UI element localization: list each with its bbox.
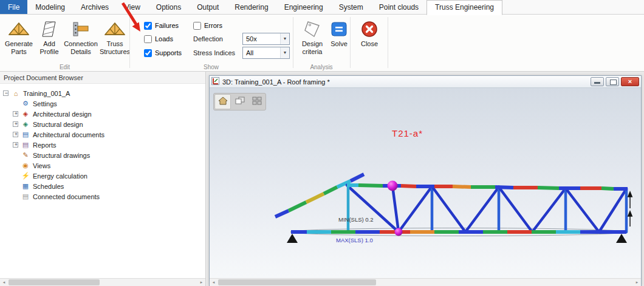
minimize-button[interactable]	[591, 77, 604, 86]
chevron-down-icon	[280, 47, 289, 58]
truss-structures-button[interactable]: Truss Structures	[101, 17, 129, 63]
close-button[interactable]: Close	[355, 17, 384, 63]
scroll-right-icon[interactable]	[633, 279, 641, 286]
close-icon	[361, 18, 378, 40]
grid-views-button[interactable]	[248, 94, 265, 109]
panel-title: Project Document Browser	[0, 72, 205, 84]
support-left	[287, 234, 298, 243]
tab-modeling[interactable]: Modeling	[27, 0, 73, 14]
home-view-button[interactable]	[214, 94, 231, 109]
scroll-left-icon[interactable]	[0, 279, 8, 286]
scroll-left-icon[interactable]	[210, 279, 218, 286]
design-criteria-button[interactable]: Design criteria	[296, 17, 328, 63]
node-sphere-bottom	[395, 228, 403, 236]
min-sls-label: MIN(SLS) 0.2	[338, 216, 374, 223]
group-separator	[129, 17, 130, 68]
tree-item-structural-design[interactable]: Structural design	[0, 119, 205, 129]
node-sphere-top	[388, 181, 398, 191]
group-separator	[350, 17, 351, 68]
tab-engineering[interactable]: Engineering	[276, 0, 331, 14]
supports-checkbox[interactable]	[144, 49, 152, 57]
group-separator	[293, 17, 293, 68]
connection-details-icon	[72, 18, 90, 40]
loads-label: Loads	[155, 35, 173, 43]
loads-checkbox[interactable]	[144, 35, 152, 43]
tree-item-structural-drawings[interactable]: Structural drawings	[0, 150, 205, 160]
scrollbar-thumb[interactable]	[218, 279, 376, 285]
reports-icon	[21, 141, 30, 149]
overlapping-windows-icon	[235, 97, 245, 107]
tab-view[interactable]: View	[117, 0, 148, 14]
document-icon	[21, 192, 30, 200]
schedules-icon	[21, 182, 30, 190]
tab-truss-engineering[interactable]: Truss Engineering	[426, 0, 502, 15]
tab-output[interactable]: Output	[189, 0, 227, 14]
3d-viewport[interactable]: T21-a* MIN(SLS) 0.2 MAX(SLS) 1.0	[210, 88, 641, 278]
truss-name-label: T21-a*	[392, 128, 423, 138]
group-separator	[388, 17, 388, 68]
generate-parts-button[interactable]: Generate Parts	[4, 17, 34, 63]
tab-file[interactable]: File	[0, 0, 27, 14]
analysis-group-label: Analysis	[293, 64, 350, 70]
failures-checkbox[interactable]	[144, 22, 152, 30]
solve-button[interactable]: Solve	[329, 17, 349, 63]
tree-item-energy-calculation[interactable]: Energy calculation	[0, 171, 205, 181]
left-panel-horizontal-scrollbar[interactable]	[0, 278, 205, 286]
stress-indices-dropdown[interactable]: All	[242, 47, 290, 59]
tab-rendering[interactable]: Rendering	[227, 0, 276, 14]
viewer-horizontal-scrollbar[interactable]	[210, 278, 641, 286]
tree-item-settings[interactable]: Settings	[0, 98, 205, 109]
scrollbar-thumb[interactable]	[9, 279, 100, 285]
connection-details-button[interactable]: Connection Details	[63, 17, 98, 63]
collapse-icon[interactable]	[3, 90, 9, 96]
tree-item-training-001-a[interactable]: Training_001_A	[0, 88, 205, 98]
ribbon: Generate Parts Add Profile Connection De…	[0, 15, 644, 72]
stress-indices-label: Stress Indices	[193, 47, 235, 59]
supports-checkbox-row: Supports	[144, 48, 182, 58]
tree-item-connected-documents[interactable]: Connected documents	[0, 191, 205, 202]
maximize-button[interactable]	[606, 77, 619, 86]
tree-item-reports[interactable]: Reports	[0, 140, 205, 150]
house-icon	[218, 97, 228, 107]
project-tree: Training_001_A Settings Architectural de…	[0, 88, 205, 278]
tab-options[interactable]: Options	[148, 0, 189, 14]
tree-item-architectural-design[interactable]: Architectural design	[0, 109, 205, 119]
generate-parts-icon	[9, 18, 29, 40]
add-profile-button[interactable]: Add Profile	[36, 17, 62, 63]
compare-views-button[interactable]	[231, 94, 248, 109]
project-document-browser-panel: Project Document Browser Training_001_A …	[0, 72, 206, 286]
architectural-design-icon	[21, 110, 30, 118]
failures-label: Failures	[155, 22, 179, 29]
deflection-dropdown[interactable]: 50x	[242, 33, 290, 45]
show-group-label: Show	[129, 64, 293, 70]
expand-icon[interactable]	[13, 142, 18, 148]
design-criteria-icon	[303, 18, 321, 40]
tab-archives[interactable]: Archives	[73, 0, 117, 14]
truss-structures-label: Truss Structures	[100, 40, 130, 55]
max-sls-label: MAX(SLS) 1.0	[336, 237, 373, 243]
solve-icon	[331, 18, 347, 40]
structural-design-icon	[21, 120, 30, 128]
tree-item-schedules[interactable]: Schedules	[0, 181, 205, 191]
tree-item-views[interactable]: Views	[0, 160, 205, 171]
expand-icon[interactable]	[13, 121, 18, 127]
viewer-window: 3D: Training_001_A - Roof framing *	[209, 75, 642, 286]
close-label: Close	[361, 40, 378, 48]
expand-icon[interactable]	[13, 132, 18, 137]
chevron-down-icon	[280, 33, 289, 44]
documents-icon	[21, 131, 30, 138]
deflection-value: 50x	[243, 35, 280, 43]
expand-icon[interactable]	[13, 111, 18, 117]
scroll-right-icon[interactable]	[197, 279, 205, 286]
add-profile-icon	[40, 18, 58, 40]
window-close-button[interactable]	[621, 77, 639, 86]
tab-system[interactable]: System	[331, 0, 371, 14]
drawings-icon	[21, 151, 30, 159]
viewer-title-bar[interactable]: 3D: Training_001_A - Roof framing *	[210, 76, 641, 88]
viewer-3d-icon	[211, 77, 219, 86]
deflection-label: Deflection	[193, 33, 223, 45]
tab-point-clouds[interactable]: Point clouds	[371, 0, 426, 14]
errors-checkbox[interactable]	[193, 22, 201, 30]
design-criteria-label: Design criteria	[296, 40, 328, 55]
tree-item-architectural-documents[interactable]: Architectural documents	[0, 129, 205, 140]
